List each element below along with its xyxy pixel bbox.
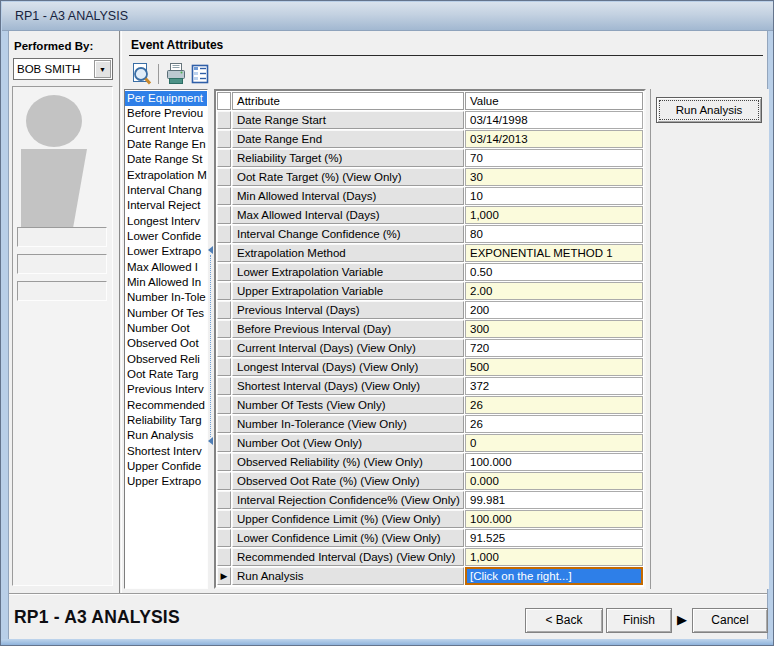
row-header-cell[interactable]	[217, 358, 231, 376]
attribute-column-header[interactable]: Attribute	[232, 92, 464, 110]
value-cell[interactable]: 2.00	[465, 282, 643, 300]
list-item[interactable]: Oot Rate Targ	[125, 367, 207, 382]
list-item[interactable]: Number Of Tes	[125, 306, 207, 321]
value-cell[interactable]: 1,000	[465, 548, 643, 566]
list-item[interactable]: Number In-Tole	[125, 290, 207, 305]
value-cell[interactable]: 0	[465, 434, 643, 452]
row-header-cell[interactable]	[217, 510, 231, 528]
empty-field[interactable]	[17, 281, 107, 301]
attribute-cell[interactable]: Date Range Start	[232, 111, 464, 129]
row-header-cell[interactable]	[217, 396, 231, 414]
row-header-cell[interactable]	[217, 453, 231, 471]
print-button[interactable]	[164, 62, 188, 86]
finish-button[interactable]: Finish	[606, 608, 672, 633]
attribute-cell[interactable]: Max Allowed Interval (Days)	[232, 206, 464, 224]
value-cell[interactable]: 500	[465, 358, 643, 376]
list-item[interactable]: Date Range St	[125, 152, 207, 167]
value-cell[interactable]: 03/14/1998	[465, 111, 643, 129]
value-cell[interactable]: 03/14/2013	[465, 130, 643, 148]
attribute-cell[interactable]: Previous Interval (Days)	[232, 301, 464, 319]
value-cell[interactable]: 100.000	[465, 453, 643, 471]
list-item[interactable]: Extrapolation M	[125, 168, 207, 183]
value-cell[interactable]: 26	[465, 415, 643, 433]
print-preview-button[interactable]	[129, 62, 153, 86]
attribute-cell[interactable]: Shortest Interval (Days) (View Only)	[232, 377, 464, 395]
attribute-cell[interactable]: Longest Interval (Days) (View Only)	[232, 358, 464, 376]
list-item[interactable]: Upper Extrapo	[125, 474, 207, 489]
table-view-button[interactable]	[188, 62, 212, 86]
empty-field[interactable]	[17, 254, 107, 274]
empty-field[interactable]	[17, 227, 107, 247]
value-cell[interactable]: 0.000	[465, 472, 643, 490]
attribute-cell[interactable]: Lower Confidence Limit (%) (View Only)	[232, 529, 464, 547]
row-header-cell[interactable]	[217, 491, 231, 509]
list-item[interactable]: Date Range En	[125, 137, 207, 152]
attribute-cell[interactable]: Upper Extrapolation Variable	[232, 282, 464, 300]
cancel-button[interactable]: Cancel	[692, 608, 768, 633]
attribute-cell[interactable]: Number In-Tolerance (View Only)	[232, 415, 464, 433]
attribute-cell[interactable]: Date Range End	[232, 130, 464, 148]
value-cell[interactable]: 200	[465, 301, 643, 319]
row-header-cell[interactable]	[217, 320, 231, 338]
attribute-cell[interactable]: Current Interval (Days) (View Only)	[232, 339, 464, 357]
list-item[interactable]: Reliability Targ	[125, 413, 207, 428]
row-header-cell[interactable]	[217, 377, 231, 395]
row-header-cell[interactable]: ▶	[217, 567, 231, 585]
attribute-cell[interactable]: Before Previous Interval (Day)	[232, 320, 464, 338]
dropdown-button[interactable]: ▼	[94, 60, 111, 78]
footer-arrow-icon[interactable]: ▶	[677, 611, 687, 629]
row-header-cell[interactable]	[217, 187, 231, 205]
attribute-cell[interactable]: Interval Change Confidence (%)	[232, 225, 464, 243]
back-button[interactable]: < Back	[525, 608, 603, 633]
row-header-cell[interactable]	[217, 244, 231, 262]
list-item[interactable]: Before Previou	[125, 106, 207, 121]
list-item[interactable]: Observed Reli	[125, 352, 207, 367]
row-header-cell[interactable]	[217, 225, 231, 243]
value-cell[interactable]: 720	[465, 339, 643, 357]
value-column-header[interactable]: Value	[465, 92, 643, 110]
list-item[interactable]: Observed Oot	[125, 336, 207, 351]
attribute-cell[interactable]: Run Analysis	[232, 567, 464, 585]
row-header-cell[interactable]	[217, 130, 231, 148]
attribute-cell[interactable]: Oot Rate Target (%) (View Only)	[232, 168, 464, 186]
list-item[interactable]: Current Interva	[125, 122, 207, 137]
list-item[interactable]: Min Allowed In	[125, 275, 207, 290]
row-header-cell[interactable]	[217, 149, 231, 167]
attribute-cell[interactable]: Interval Rejection Confidence% (View Onl…	[232, 491, 464, 509]
list-item[interactable]: Number Oot	[125, 321, 207, 336]
list-item[interactable]: Lower Extrapo	[125, 244, 207, 259]
value-cell[interactable]: 372	[465, 377, 643, 395]
value-cell[interactable]: EXPONENTIAL METHOD 1	[465, 244, 643, 262]
row-header-cell[interactable]	[217, 206, 231, 224]
row-header-cell[interactable]	[217, 472, 231, 490]
value-cell[interactable]: 80	[465, 225, 643, 243]
attribute-cell[interactable]: Reliability Target (%)	[232, 149, 464, 167]
value-cell[interactable]: 1,000	[465, 206, 643, 224]
list-item[interactable]: Upper Confide	[125, 459, 207, 474]
attribute-cell[interactable]: Lower Extrapolation Variable	[232, 263, 464, 281]
value-cell[interactable]: 300	[465, 320, 643, 338]
list-item[interactable]: Recommended	[125, 398, 207, 413]
attribute-cell[interactable]: Recommended Interval (Days) (View Only)	[232, 548, 464, 566]
list-item[interactable]: Run Analysis	[125, 428, 207, 443]
list-item[interactable]: Shortest Interv	[125, 444, 207, 459]
row-header-cell[interactable]	[217, 415, 231, 433]
attribute-listbox[interactable]: Per EquipmentBefore PreviouCurrent Inter…	[124, 89, 208, 589]
value-cell[interactable]: 100.000	[465, 510, 643, 528]
attribute-cell[interactable]: Number Of Tests (View Only)	[232, 396, 464, 414]
row-header-cell[interactable]	[217, 111, 231, 129]
attribute-cell[interactable]: Min Allowed Interval (Days)	[232, 187, 464, 205]
attribute-cell[interactable]: Upper Confidence Limit (%) (View Only)	[232, 510, 464, 528]
run-analysis-button[interactable]: Run Analysis	[656, 97, 762, 123]
list-item[interactable]: Per Equipment	[125, 91, 207, 106]
row-header-cell[interactable]	[217, 548, 231, 566]
list-item[interactable]: Max Allowed I	[125, 260, 207, 275]
attribute-cell[interactable]: Extrapolation Method	[232, 244, 464, 262]
value-cell[interactable]: 0.50	[465, 263, 643, 281]
row-header-cell[interactable]	[217, 434, 231, 452]
list-item[interactable]: Interval Reject	[125, 198, 207, 213]
attribute-cell[interactable]: Number Oot (View Only)	[232, 434, 464, 452]
row-header-cell[interactable]	[217, 301, 231, 319]
list-item[interactable]: Previous Interv	[125, 382, 207, 397]
list-item[interactable]: Longest Interv	[125, 214, 207, 229]
